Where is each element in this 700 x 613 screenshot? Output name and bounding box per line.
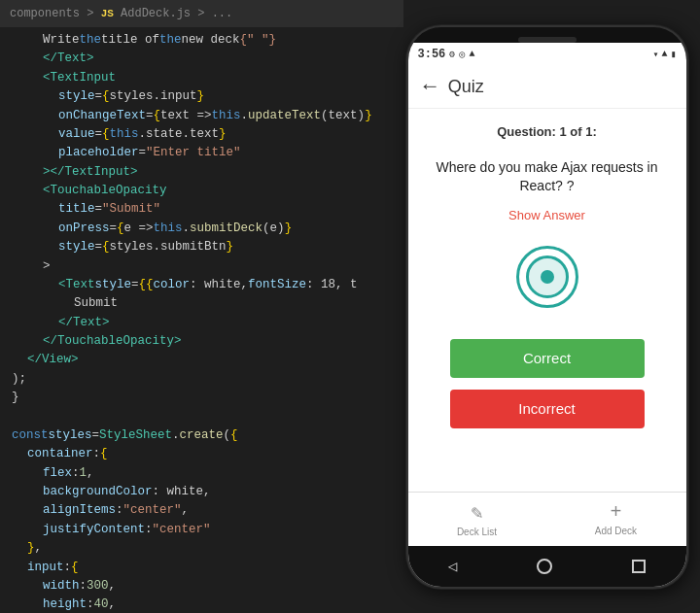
- code-line: }: [0, 389, 403, 407]
- breadcrumb: components > JS AddDeck.js > ...: [0, 0, 403, 27]
- code-line: justifyContent: "center": [0, 521, 403, 539]
- android-nav: ◁: [408, 546, 686, 587]
- code-line: </View>: [0, 351, 403, 369]
- code-line: alignItems: "center",: [0, 501, 403, 520]
- code-line: >: [0, 257, 403, 276]
- audio-dot: [541, 270, 554, 284]
- correct-button[interactable]: Correct: [450, 339, 645, 378]
- alarm-icon: ◎: [459, 49, 465, 60]
- phone-device: 3:56 ⚙ ◎ ▲ ▾ ▲ ▮ ← Quiz Question: 1 of 1…: [406, 25, 688, 589]
- show-answer-button[interactable]: Show Answer: [508, 208, 585, 222]
- code-line: Write the title of the new deck{" "}: [0, 31, 403, 50]
- code-line: onPress={e => this.submitDeck(e)}: [0, 220, 403, 238]
- app-body: Question: 1 of 1: Where do you make Ajax…: [408, 109, 686, 492]
- tab-adddeck[interactable]: + Add Deck: [595, 501, 637, 536]
- adddeck-icon: +: [610, 501, 621, 524]
- code-line: );: [0, 370, 403, 389]
- code-line: ></TextInput>: [0, 163, 403, 182]
- code-line: </Text>: [0, 50, 403, 68]
- code-line: },: [0, 539, 403, 558]
- signal-icon: ▲: [661, 49, 667, 59]
- phone-panel: 3:56 ⚙ ◎ ▲ ▾ ▲ ▮ ← Quiz Question: 1 of 1…: [403, 0, 700, 613]
- status-time: 3:56: [418, 48, 446, 61]
- code-editor: components > JS AddDeck.js > ... Write t…: [0, 0, 403, 613]
- back-nav-button[interactable]: ◁: [448, 557, 458, 576]
- back-button[interactable]: ←: [424, 75, 437, 99]
- incorrect-button[interactable]: Incorrect: [450, 390, 645, 428]
- code-line: <Text style={{ color: white, fontSize: 1…: [0, 276, 403, 294]
- app-screen: ← Quiz Question: 1 of 1: Where do you ma…: [408, 66, 686, 587]
- app-header: ← Quiz: [408, 66, 686, 109]
- code-line: style={styles.submitBtn}: [0, 238, 403, 256]
- settings-icon: ⚙: [449, 49, 455, 60]
- audio-circle: [516, 246, 578, 308]
- adddeck-label: Add Deck: [595, 526, 637, 536]
- wifi-icon: ▾: [652, 49, 658, 60]
- battery-icon: ▮: [670, 49, 676, 60]
- code-line: title="Submit": [0, 200, 403, 219]
- code-line: height: 40,: [0, 596, 403, 613]
- code-line: style={styles.input}: [0, 87, 403, 106]
- code-line: backgroundColor: white,: [0, 483, 403, 501]
- code-line: input: {: [0, 559, 403, 577]
- code-line: <TextInput: [0, 69, 403, 87]
- code-line: placeholder="Enter title": [0, 144, 403, 162]
- code-line: Submit: [0, 294, 403, 313]
- code-line: </TouchableOpacity>: [0, 332, 403, 351]
- code-line: value={this.state.text}: [0, 125, 403, 144]
- question-text: Where do you make Ajax requests in React…: [424, 158, 671, 196]
- breadcrumb-path: components > JS AddDeck.js > ...: [10, 7, 232, 20]
- app-title: Quiz: [448, 77, 484, 97]
- decklist-icon: ✎: [471, 500, 482, 525]
- code-line: </Text>: [0, 314, 403, 332]
- code-line: const styles = StyleSheet.create({: [0, 426, 403, 445]
- audio-inner: [526, 255, 569, 298]
- status-bar: 3:56 ⚙ ◎ ▲ ▾ ▲ ▮: [408, 43, 686, 66]
- tab-bar: ✎ Deck List + Add Deck: [408, 492, 686, 546]
- code-line: container: {: [0, 445, 403, 463]
- code-line: flex: 1,: [0, 464, 403, 483]
- code-content: Write the title of the new deck{" "} </T…: [0, 27, 403, 613]
- question-label: Question: 1 of 1:: [497, 124, 597, 139]
- tab-decklist[interactable]: ✎ Deck List: [457, 500, 497, 537]
- decklist-label: Deck List: [457, 527, 497, 537]
- code-line: [0, 408, 403, 426]
- code-line: <TouchableOpacity: [0, 182, 403, 200]
- home-nav-button[interactable]: [537, 559, 552, 574]
- code-line: width: 300,: [0, 577, 403, 596]
- volume-icon: ▲: [469, 49, 474, 59]
- recents-nav-button[interactable]: [632, 560, 646, 573]
- code-line: onChangeText={text => this.updateText(te…: [0, 107, 403, 125]
